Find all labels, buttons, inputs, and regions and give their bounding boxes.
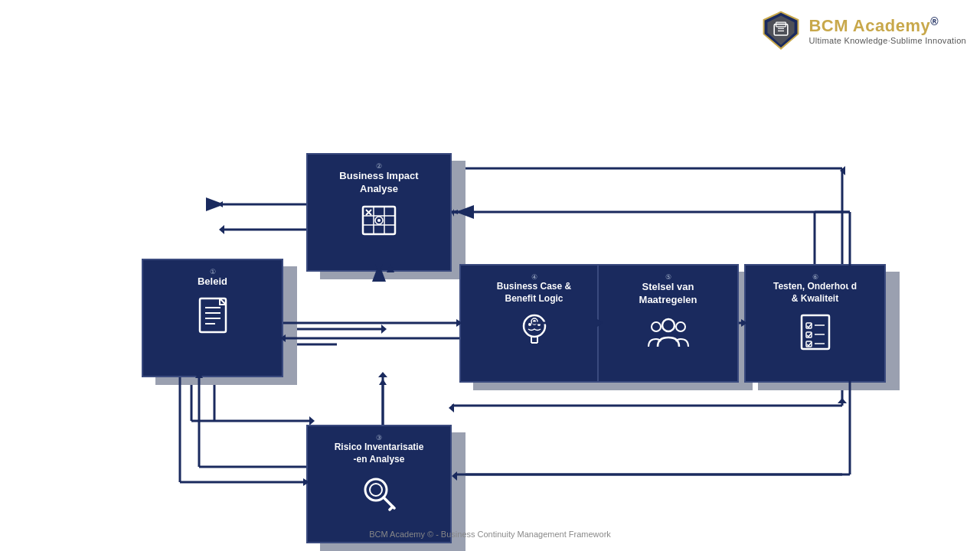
svg-point-67: [662, 319, 675, 331]
bia-icon: [360, 204, 398, 247]
svg-point-66: [533, 320, 536, 323]
diagram-container: ① Beleid ② Business Impact Analyse: [38, 77, 942, 505]
bia-box: ② Business Impact Analyse: [306, 153, 452, 272]
svg-marker-92: [217, 201, 223, 207]
svg-marker-17: [381, 324, 387, 334]
svg-marker-23: [219, 225, 224, 234]
svg-marker-30: [378, 372, 387, 377]
svg-marker-38: [838, 398, 847, 403]
businesscase-box: ④ Business Case & Benefit Logic: [459, 264, 609, 383]
stelsel-icon: [647, 315, 690, 358]
risico-num: ③: [376, 434, 382, 442]
logo-area: BCM Academy® Ultimate Knowledge·Sublime …: [761, 11, 966, 51]
risico-title: Risico Inventarisatie -en Analyse: [335, 442, 424, 465]
testen-box: ⑥ Testen, Onderhoud & Kwaliteit: [744, 264, 886, 383]
svg-marker-104: [379, 379, 387, 385]
beleid-num: ①: [210, 268, 216, 276]
logo-bcm: BCM: [808, 16, 852, 35]
logo-title: BCM Academy®: [808, 15, 966, 37]
svg-marker-12: [840, 166, 845, 175]
businesscase-num: ④: [531, 273, 537, 281]
svg-marker-91: [223, 201, 306, 207]
svg-marker-13: [449, 403, 454, 412]
testen-icon: [797, 312, 834, 359]
svg-point-69: [676, 322, 685, 331]
svg-rect-40: [200, 298, 226, 332]
testen-num: ⑥: [812, 273, 818, 281]
risico-box: ③ Risico Inventarisatie -en Analyse: [306, 425, 452, 543]
svg-point-60: [528, 323, 531, 326]
beleid-box: ① Beleid: [142, 259, 283, 377]
svg-point-61: [537, 323, 541, 326]
bia-num: ②: [376, 162, 382, 170]
beleid-title: Beleid: [198, 276, 227, 289]
logo-shield-icon: [761, 11, 801, 51]
logo-subtitle: Ultimate Knowledge·Sublime Innovation: [808, 36, 966, 46]
logo-text: BCM Academy® Ultimate Knowledge·Sublime …: [808, 15, 966, 47]
svg-line-58: [390, 507, 393, 510]
bia-title: Business Impact Analyse: [339, 170, 418, 196]
stelsel-num: ⑤: [665, 273, 671, 281]
svg-point-56: [370, 484, 382, 496]
stelsel-title: Stelsel van Maatregelen: [639, 281, 697, 307]
beleid-icon: [194, 296, 232, 345]
footer: BCM Academy © - Business Continuity Mana…: [0, 530, 980, 539]
logo-trademark: ®: [930, 15, 939, 28]
stelsel-box: ⑤ Stelsel van Maatregelen: [597, 264, 739, 383]
testen-title: Testen, Onderhoud & Kwaliteit: [773, 281, 857, 305]
logo-academy: Academy: [853, 16, 930, 35]
risico-icon: [359, 473, 399, 520]
footer-text: BCM Academy © - Business Continuity Mana…: [369, 530, 611, 539]
businesscase-icon: [514, 312, 554, 359]
businesscase-title: Business Case & Benefit Logic: [497, 281, 571, 305]
svg-point-54: [377, 219, 381, 222]
svg-point-68: [652, 322, 661, 331]
